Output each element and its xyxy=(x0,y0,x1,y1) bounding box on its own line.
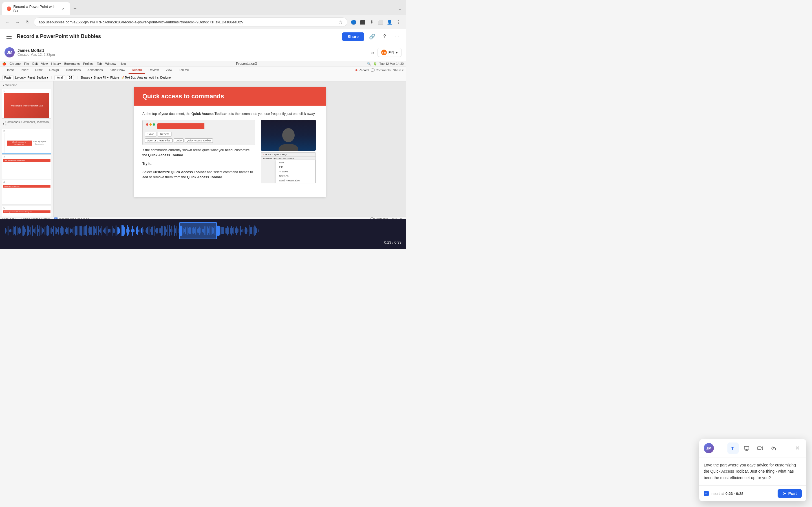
ppt-group-welcome: ▾ Welcome xyxy=(1,82,52,88)
more-options-icon[interactable]: ⋯ xyxy=(393,32,402,41)
ppt-slide-title: Quick access to commands xyxy=(142,93,317,100)
waveform-selection[interactable] xyxy=(179,222,217,239)
ppt-menu-save[interactable]: Save xyxy=(276,169,315,174)
more-button[interactable]: ⋮ xyxy=(395,18,403,26)
ppt-language: English (United States) xyxy=(21,217,50,219)
ppt-font-size[interactable]: 24 xyxy=(67,75,74,80)
waveform[interactable] xyxy=(4,222,402,239)
ppt-section-btn[interactable]: Section ▾ xyxy=(37,76,48,79)
ppt-arrange-btn[interactable]: Arrange xyxy=(137,76,147,79)
fyi-button[interactable]: FYI FYI ▾ xyxy=(377,48,402,57)
link-icon[interactable]: 🔗 xyxy=(368,32,377,41)
ppt-undo-btn[interactable]: Undo xyxy=(174,138,184,143)
forward-button[interactable]: → xyxy=(13,18,21,26)
ppt-menu-file-item[interactable]: File xyxy=(276,165,315,169)
ppt-tab-record[interactable]: Record xyxy=(129,66,145,74)
refresh-button[interactable]: ↻ xyxy=(24,18,32,26)
ppt-qat-btn[interactable]: Quick Access Toolbar xyxy=(185,138,213,143)
tab-title: Record a PowerPoint with Bu xyxy=(13,4,59,13)
ppt-menu-bookmarks[interactable]: Bookmarks xyxy=(64,62,80,65)
ppt-addin-btn[interactable]: Add-ins xyxy=(149,76,159,79)
expand-tabs-button[interactable]: ⌄ xyxy=(396,5,404,13)
ppt-shape-fill-btn[interactable]: Shape Fill ▾ xyxy=(94,76,109,79)
profile-icon[interactable]: 👤 xyxy=(386,18,394,26)
ppt-font-name[interactable]: Arial xyxy=(54,75,65,80)
sidebar-icon[interactable]: ⬜ xyxy=(377,18,385,26)
fyi-label: FYI xyxy=(389,50,394,55)
ppt-menu-chrome[interactable]: Chrome xyxy=(10,62,20,65)
ppt-shapes-btn[interactable]: Shapes ▾ xyxy=(80,76,92,79)
waveform-handle-left[interactable] xyxy=(179,226,182,236)
ppt-open-btn[interactable]: Open or Create Files xyxy=(145,138,172,143)
ppt-menu-print[interactable]: Print xyxy=(276,183,315,183)
ppt-tab-transitions[interactable]: Transitions xyxy=(62,66,84,74)
ppt-tab-animations[interactable]: Animations xyxy=(84,66,106,74)
ppt-tab-slideshow[interactable]: Slide Show xyxy=(106,66,129,74)
ppt-tab-insert[interactable]: Insert xyxy=(17,66,32,74)
ppt-record-button[interactable]: Record xyxy=(355,68,368,72)
ppt-slide-1[interactable]: 1 Welcome to PowerPoint for Mac xyxy=(2,89,51,119)
powerpoint-screenshot: 🍎 Chrome File Edit View History Bookmark… xyxy=(0,61,406,219)
ppt-tab-tellme[interactable]: Tell me xyxy=(175,66,192,74)
ppt-slide-3[interactable]: 3 Give feedback in comments xyxy=(2,154,51,179)
ppt-tab-home[interactable]: Home xyxy=(2,66,17,74)
ppt-layout-btn[interactable]: Layout ▾ xyxy=(15,76,26,79)
ppt-menu-window[interactable]: Window xyxy=(105,62,116,65)
ppt-slide-img-1: Welcome to PowerPoint for Mac xyxy=(4,93,49,118)
ppt-save-btn[interactable]: Save xyxy=(145,132,156,136)
ppt-body: ▾ Welcome 1 Welcome to PowerPoint for Ma… xyxy=(0,81,406,217)
ppt-menu-view[interactable]: View xyxy=(41,62,48,65)
ppt-person-silhouette xyxy=(261,120,316,151)
ppt-menu-history[interactable]: History xyxy=(51,62,61,65)
extensions-icon[interactable]: ⬛ xyxy=(359,18,366,26)
address-bar[interactable]: app.usebubbles.com/eZ565gWTwr7RRcAdhkZu1… xyxy=(34,17,347,27)
ppt-dropdown-menu: New File Save Save As Send Presentation … xyxy=(276,160,315,183)
new-tab-button[interactable]: + xyxy=(71,5,79,13)
ppt-input-row: Open or Create Files Undo Quick Access T… xyxy=(145,138,253,143)
ppt-slide-4[interactable]: 4 Designed to impress xyxy=(2,180,51,205)
hamburger-button[interactable] xyxy=(4,32,13,41)
help-icon[interactable]: ? xyxy=(380,32,389,41)
ppt-battery: 🔋 xyxy=(373,62,377,66)
ppt-tab-draw[interactable]: Draw xyxy=(32,66,46,74)
expand-arrows-button[interactable]: » xyxy=(371,49,374,56)
ppt-slide-content: Quick access to commands At the top of y… xyxy=(134,87,326,197)
ppt-menu-help[interactable]: Help xyxy=(119,62,126,65)
ppt-menu-tab[interactable]: Tab xyxy=(97,62,102,65)
ppt-comments-label[interactable]: 💬 Comments xyxy=(371,68,391,72)
ppt-picture-btn[interactable]: Picture xyxy=(110,76,119,79)
ppt-slide-5[interactable]: 5 Get organized with the selection pane xyxy=(2,206,51,217)
ppt-menu-new[interactable]: New xyxy=(276,160,315,165)
ppt-body-para-2: If the commands currently shown aren't q… xyxy=(142,148,255,158)
ppt-repeat-btn[interactable]: Repeat xyxy=(158,132,172,136)
bubbles-extension-icon[interactable]: 🔵 xyxy=(350,18,357,26)
tab-close-button[interactable]: ✕ xyxy=(61,6,65,11)
waveform-handle-right[interactable] xyxy=(217,226,220,236)
ppt-menu-edit[interactable]: Edit xyxy=(33,62,38,65)
ppt-toolbar-top xyxy=(145,122,253,130)
ppt-sub-tab: Home xyxy=(265,153,271,156)
author-row: JM James Moffatt Created Mar. 12, 2:33pm… xyxy=(0,44,406,61)
ppt-slide-2[interactable]: 2 Quick access to commands At the top of… xyxy=(2,129,51,154)
ppt-status-bar: Slide 2 of 7 English (United States) ♿ A… xyxy=(0,217,406,219)
download-icon[interactable]: ⬇ xyxy=(368,18,375,26)
back-button[interactable]: ← xyxy=(3,18,11,26)
ppt-textbox-btn[interactable]: 📝 Text Box xyxy=(121,76,136,79)
bookmark-icon[interactable]: ☆ xyxy=(339,19,343,25)
ppt-zoom: 💬 Comments | 115% −⊕+ xyxy=(370,217,404,219)
ppt-menu-profiles[interactable]: Profiles xyxy=(83,62,94,65)
ppt-menu-send[interactable]: Send Presentation xyxy=(276,178,315,183)
ppt-tab-design[interactable]: Design xyxy=(46,66,62,74)
active-tab[interactable]: Record a PowerPoint with Bu ✕ xyxy=(2,2,70,15)
ppt-reset-btn[interactable]: Reset xyxy=(28,76,35,79)
ppt-ribbon-tabs: Home Insert Draw Design Transitions Anim… xyxy=(0,66,406,74)
ppt-designer-btn[interactable]: Designer xyxy=(160,76,172,79)
ppt-share-label[interactable]: Share ▾ xyxy=(393,68,404,72)
ppt-menu-file[interactable]: File xyxy=(24,62,29,65)
ppt-tab-review[interactable]: Review xyxy=(145,66,162,74)
share-button[interactable]: Share xyxy=(342,33,364,41)
ppt-menu-save-as[interactable]: Save As xyxy=(276,174,315,178)
ppt-maximize-circle xyxy=(153,123,155,126)
ppt-paste-btn[interactable]: Paste xyxy=(2,75,13,80)
ppt-tab-view[interactable]: View xyxy=(162,66,175,74)
